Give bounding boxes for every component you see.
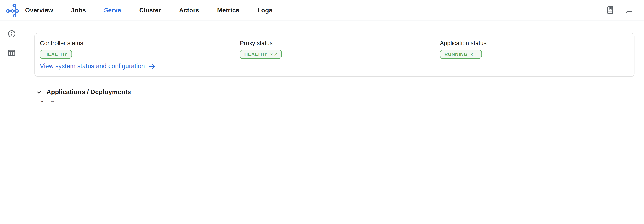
top-nav-actions [606,6,644,14]
ray-dashboard-serve-page: Overview Jobs Serve Cluster Actors Metri… [0,0,644,102]
serve-page-content: Controller status HEALTHY Proxy status H… [24,20,644,102]
docs-book-icon[interactable] [606,6,614,14]
controller-status-block: Controller status HEALTHY [40,40,240,59]
left-sidebar [0,20,24,102]
collapse-section-chevron-icon[interactable] [34,88,43,96]
proxy-status-badge: HEALTHY x 2 [240,50,282,59]
system-status-card: Controller status HEALTHY Proxy status H… [34,33,634,77]
arrow-right-icon [148,62,156,70]
view-system-status-link-label: View system status and configuration [40,62,145,70]
nav-tab-cluster[interactable]: Cluster [139,6,161,14]
nav-tab-serve[interactable]: Serve [104,6,121,14]
badge-count: x 1 [470,52,477,57]
nav-tab-actors[interactable]: Actors [179,6,199,14]
controller-status-label: Controller status [40,40,240,47]
nav-tab-metrics[interactable]: Metrics [217,6,240,14]
feedback-icon[interactable] [624,6,633,14]
badge-count: x 2 [270,52,277,57]
view-system-status-link[interactable]: View system status and configuration [40,62,156,70]
info-icon[interactable] [7,29,16,38]
table-view-icon[interactable] [7,48,16,57]
application-status-badge: RUNNING x 1 [440,50,482,59]
applications-section-header: Applications / Deployments [34,88,644,96]
top-nav: Overview Jobs Serve Cluster Actors Metri… [0,0,644,20]
nav-tab-overview[interactable]: Overview [25,6,53,14]
section-title: Applications / Deployments [46,88,131,96]
nav-tab-logs[interactable]: Logs [257,6,272,14]
application-status-block: Application status RUNNING x 1 [440,40,640,59]
controller-status-badge: HEALTHY [40,50,72,59]
badge-text: HEALTHY [244,52,268,57]
ray-logo-icon [6,3,20,17]
main-nav-tabs: Overview Jobs Serve Cluster Actors Metri… [25,6,290,14]
badge-text: HEALTHY [44,52,68,57]
nav-tab-jobs[interactable]: Jobs [71,6,86,14]
proxy-status-label: Proxy status [240,40,440,47]
proxy-status-block: Proxy status HEALTHY x 2 [240,40,440,59]
application-status-label: Application status [440,40,640,47]
page-size-label: Page Size [40,100,60,102]
badge-text: RUNNING [444,52,468,57]
